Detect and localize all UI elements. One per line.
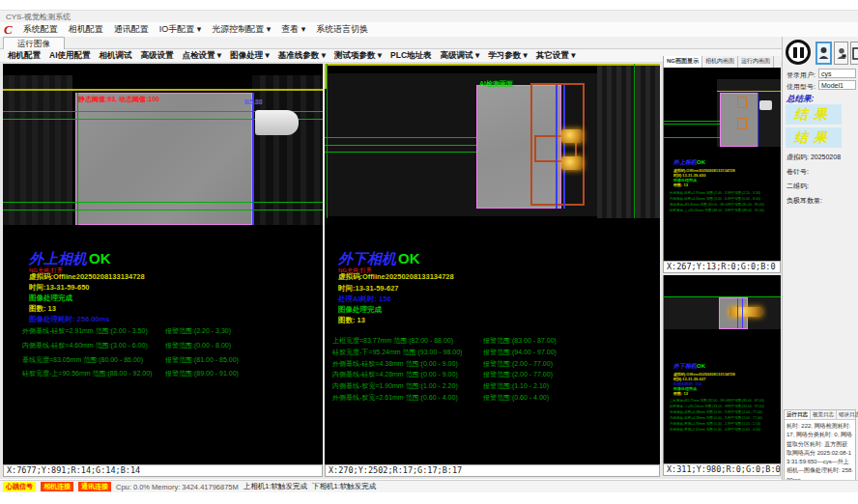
ai-detect-label: AI检测画面 [479, 79, 513, 89]
camera-name: 外下相机 [338, 250, 396, 266]
menu-comm-config[interactable]: 通讯配置 [114, 23, 149, 36]
measurement-row: 上框宽度=83.77mm 范围:(82.00 - 88.00) 报警范围:(83… [332, 336, 557, 346]
overlay-green-hline [664, 124, 720, 125]
result-ok: OK [89, 250, 111, 266]
frame-count-line: 图数: 13 [338, 316, 365, 325]
mini-measurement-row: 外侧基线-硅胶=4.38mm 范围:(0.00 - 9.00) 报警范围:(2.… [670, 410, 778, 414]
measurement-row: 外侧基线-胶宽=2.61mm 范围:(0.60 - 4.00) 报警范围:(0.… [332, 393, 549, 403]
preview-upper-status: X:267;Y:13;R:0;G:0;B:0 [663, 261, 781, 273]
mini-count-line: 图数: 13 [673, 391, 688, 396]
menu-io-config[interactable]: IO手配置 ▾ [159, 23, 202, 36]
mini-measurement-row: 内侧基线-胶宽=1.90mm 范围:(1.00 - 2.20) 报警范围:(1.… [670, 422, 778, 426]
measurement-row: 外侧基线-硅胶=2.91mm 范围:(2.00 - 3.50) 报警范围:(2.… [22, 326, 231, 336]
overlay-orange-rect [737, 97, 747, 108]
measurement-value: 上框宽度=83.77mm 范围:(82.00 - 88.00) [670, 399, 728, 403]
comm-link-badge: 通讯连接 [78, 482, 111, 491]
mini-measurement-row: 内侧基线-硅胶=4.28mm 范围:(0.00 - 9.00) 报警范围:(2.… [670, 416, 778, 420]
model-field[interactable]: Model1 [818, 80, 856, 90]
app-logo-icon: C [4, 23, 13, 36]
measurement-alarm: 报警范围:(81.00 - 85.00) [165, 355, 239, 365]
preview-upper-camera[interactable]: 外上相机OK 虚拟码:Offline20250208133134728 时间:1… [663, 68, 781, 261]
menu-view[interactable]: 查看 ▾ [281, 23, 305, 36]
frame-count-line: 图数: 13 [29, 304, 56, 314]
menu-bar: C 系统配置 相机配置 通讯配置 IO手配置 ▾ 光源控制配置 ▾ 查看 ▾ 系… [0, 22, 858, 37]
measurement-alarm: 报警范围:(0.00 - 8.00) [728, 197, 778, 201]
measurement-value: 外侧基线-胶宽=2.61mm 范围:(0.60 - 4.00) [332, 393, 483, 403]
overlay-blue-vline [758, 93, 758, 147]
measurement-value: 内侧基线-硅胶=4.60mm 范围:(3.00 - 6.00) [670, 197, 728, 201]
gold-tab-spot [561, 156, 583, 170]
tool-camera-config[interactable]: 相机配置 [8, 50, 41, 62]
measurement-value: 硅胶宽度-下=95.24mm 范围:(93.00 - 98.00) [332, 348, 483, 357]
tool-advanced-settings[interactable]: 高级设置 [141, 50, 174, 62]
tool-camera-debug[interactable]: 相机调试 [100, 50, 132, 62]
overlay-orange-rect [737, 118, 747, 129]
preview-tab-bar: NG画面显示 相机内画面 运行内画面 [663, 56, 781, 68]
log-tab-run[interactable]: 运行日志 [785, 410, 811, 419]
menu-camera-config[interactable]: 相机配置 [69, 23, 103, 36]
tool-advanced-debug[interactable]: 高级调试 ▾ [441, 50, 480, 62]
camera-name: 外上相机 [673, 159, 697, 165]
overlay-green-hline [664, 137, 720, 138]
exit-button[interactable] [850, 42, 858, 65]
virtual-code-line: 虚拟码:Offline20250208133134728 [29, 272, 145, 282]
camera-view-upper[interactable]: 静态阈值:93, 动态阈值:100 B5.88 外上相机OK NG允许:打开 虚… [3, 64, 323, 464]
measurement-value: 内侧基线-硅胶=4.60mm 范围:(3.00 - 6.00) [22, 341, 165, 350]
preview-tab-ng[interactable]: NG画面显示 [664, 56, 702, 68]
user-icon [818, 46, 829, 60]
pause-button[interactable] [786, 40, 811, 65]
tool-ai-config[interactable]: AI使用配置 [49, 50, 91, 62]
measurement-alarm: 报警范围:(1.10 - 2.10) [483, 381, 549, 391]
preview-tab-run[interactable]: 运行内画面 [738, 56, 774, 68]
measurement-alarm: 报警范围:(89.00 - 91.00) [165, 369, 239, 378]
measurement-alarm: 报警范围:(0.60 - 4.00) [728, 428, 778, 432]
overlay-green-hline [3, 202, 323, 203]
gold-tab-spot [729, 307, 762, 317]
measurement-row: 外侧基线-硅胶=4.38mm 范围:(0.00 - 9.00) 报警范围:(2.… [332, 359, 553, 369]
tool-learning-params[interactable]: 学习参数 ▾ [488, 50, 528, 62]
menu-language-switch[interactable]: 系统语言切换 [316, 23, 368, 36]
mini-measurement-row: 内侧基线-硅胶=4.60mm 范围:(3.00 - 6.00) 报警范围:(0.… [670, 197, 778, 201]
camera-view-lower[interactable]: AI检测画面 外下相机OK NG允许:打开 虚拟码:Offline2025020… [325, 64, 660, 464]
mini-measurement-row: 硅胶宽度-下=95.24mm 范围:(93.00 - 98.00) 报警范围:(… [670, 405, 778, 408]
login-user-field[interactable]: cys [818, 69, 856, 78]
measurement-row: 内侧基线-硅胶=4.28mm 范围:(0.00 - 9.00) 报警范围:(2.… [332, 370, 553, 379]
measurement-value: 硅胶宽度-下=95.24mm 范围:(93.00 - 98.00) [670, 405, 728, 408]
tool-other-settings[interactable]: 其它设置 ▾ [536, 50, 576, 62]
measurement-value: 内侧基线-硅胶=4.28mm 范围:(0.00 - 9.00) [670, 416, 728, 420]
measurement-alarm: 报警范围:(81.00 - 85.00) [728, 203, 778, 207]
app-window: CYS-视觉检测系统 C 系统配置 相机配置 通讯配置 IO手配置 ▾ 光源控制… [0, 0, 858, 504]
measurement-alarm: 报警范围:(94.00 - 97.00) [483, 348, 557, 357]
tool-plc-table[interactable]: PLC地址表 [390, 50, 432, 62]
threshold-overlay-label: 静态阈值:93, 动态阈值:100 [78, 95, 159, 104]
measurement-value: 外侧基线-硅胶=4.38mm 范围:(0.00 - 9.00) [670, 410, 728, 414]
overlay-green-hline [325, 137, 476, 138]
tool-baseline-params[interactable]: 基准线参数 ▾ [278, 50, 326, 62]
upper-camera-trigger-text: 上相机1:软触发完成 [243, 482, 307, 491]
preview-tab-camera[interactable]: 相机内画面 [702, 56, 738, 68]
result-display-lower: 结果 [786, 127, 842, 148]
tool-spot-check[interactable]: 点检设置 ▾ [183, 50, 222, 62]
menu-light-config[interactable]: 光源控制配置 ▾ [212, 23, 271, 36]
gold-tab-spot [561, 129, 583, 143]
overlay-blue-vline [563, 85, 565, 209]
tab-run-image[interactable]: 运行图像 [3, 37, 65, 49]
mini-measurement-row: 外侧基线-硅胶=2.91mm 范围:(2.00 - 3.50) 报警范围:(2.… [670, 191, 778, 195]
measurement-alarm: 报警范围:(2.00 - 77.00) [483, 370, 553, 379]
tool-image-process[interactable]: 图像处理 ▾ [230, 50, 270, 62]
user-manage-button[interactable] [834, 42, 848, 65]
mini-measurement-row: 硅胶宽度-上=90.56mm 范围:(88.00 - 92.00) 报警范围:(… [670, 209, 778, 212]
measurement-value: 外侧基线-胶宽=2.61mm 范围:(0.60 - 4.00) [670, 428, 728, 432]
menu-system-config[interactable]: 系统配置 [23, 23, 58, 36]
tool-test-params[interactable]: 测试项参数 ▾ [334, 50, 382, 62]
mini-measurement-row: 上框宽度=83.77mm 范围:(82.00 - 88.00) 报警范围:(83… [670, 399, 778, 403]
elapsed-line: 图像处理耗时: 256.00ms [29, 315, 109, 324]
log-tab-error[interactable]: 错误日志 [837, 410, 858, 419]
process-done-line: 图像处理完成 [29, 294, 72, 303]
overlay-green-hline [325, 152, 476, 153]
user-lock-icon [837, 47, 846, 60]
preview-lower-camera[interactable]: 外下相机OK 虚拟码:Offline20250208133134728 时间:1… [663, 275, 781, 463]
log-text[interactable]: 耗时: 222, 网络检测耗时: 17, 网络分类耗时: 0, 网络提取分区耗时… [785, 420, 855, 487]
user-login-button[interactable] [815, 42, 832, 65]
log-tab-vision[interactable]: 视觉日志 [811, 410, 837, 419]
